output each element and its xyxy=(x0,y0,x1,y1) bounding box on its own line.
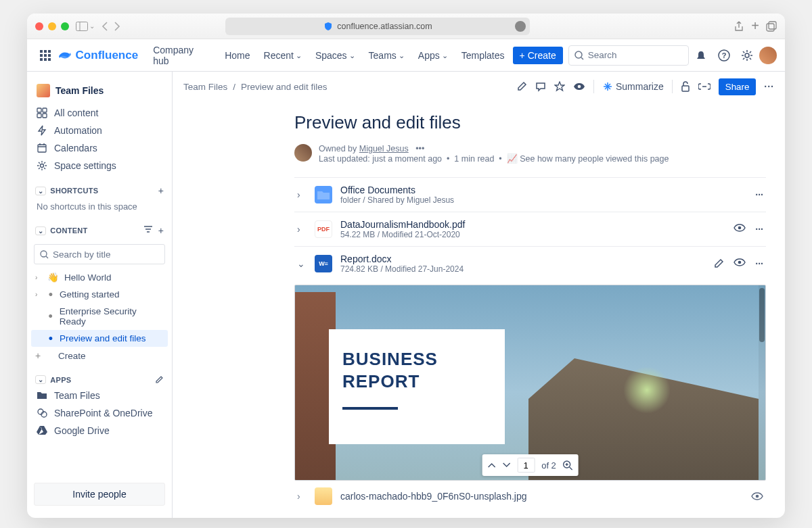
preview-icon[interactable] xyxy=(751,492,763,500)
chevron-right-icon[interactable]: › xyxy=(35,274,42,281)
settings-icon[interactable] xyxy=(737,45,757,66)
tabs-overview-icon[interactable] xyxy=(766,21,777,32)
app-team-files[interactable]: Team Files xyxy=(31,387,168,404)
file-row-image[interactable]: › carlos-machado-hbb9_0F6nS0-unsplash.jp… xyxy=(294,481,766,512)
chevron-down-icon[interactable]: ⌄ xyxy=(35,375,46,384)
browser-forward-icon[interactable] xyxy=(114,22,120,31)
app-google-drive[interactable]: Google Drive xyxy=(31,422,168,439)
chevron-down-icon[interactable]: ⌄ xyxy=(35,226,46,235)
fullscreen-window-icon[interactable] xyxy=(61,22,69,30)
page-up-icon[interactable] xyxy=(487,462,495,468)
reader-icon[interactable] xyxy=(515,21,526,32)
help-icon[interactable]: ? xyxy=(714,45,734,66)
file-name: DataJournalismHandbook.pdf xyxy=(340,219,465,230)
add-content-icon[interactable]: + xyxy=(158,225,164,236)
page-down-icon[interactable] xyxy=(502,462,510,468)
file-row-folder[interactable]: › Office Documents folder / Shared by Mi… xyxy=(294,177,766,212)
space-icon xyxy=(37,84,50,97)
preview-icon[interactable] xyxy=(734,224,746,235)
content-label: CONTENT xyxy=(50,226,87,235)
svg-line-40 xyxy=(44,168,45,169)
viewers-link[interactable]: See how many people viewed this page xyxy=(520,154,669,164)
side-calendars[interactable]: Calendars xyxy=(31,139,168,157)
app-label: SharePoint & OneDrive xyxy=(54,408,153,418)
page-getting-started[interactable]: › • Getting started xyxy=(31,286,168,303)
minimize-window-icon[interactable] xyxy=(48,22,56,30)
file-row-docx[interactable]: ⌄ W≡ Report.docx 724.82 KB / Modified 27… xyxy=(294,246,766,281)
preview-scrollbar[interactable] xyxy=(759,285,765,480)
svg-line-47 xyxy=(46,256,48,258)
nav-apps[interactable]: Apps xyxy=(413,47,453,64)
nav-templates[interactable]: Templates xyxy=(456,47,510,64)
share-button[interactable]: Share xyxy=(719,78,757,95)
crumb-space[interactable]: Team Files xyxy=(183,82,227,92)
add-shortcut-icon[interactable]: + xyxy=(158,185,164,196)
profile-avatar[interactable] xyxy=(759,47,777,64)
shortcuts-section: ⌄ SHORTCUTS + xyxy=(31,183,168,199)
filter-icon[interactable] xyxy=(143,225,153,236)
notifications-icon[interactable] xyxy=(692,45,712,66)
global-search[interactable]: Search xyxy=(568,45,689,66)
chevron-right-icon[interactable]: › xyxy=(297,491,307,502)
nav-home[interactable]: Home xyxy=(219,47,255,64)
byline-more-icon[interactable]: ••• xyxy=(411,144,424,153)
chevron-right-icon[interactable]: › xyxy=(35,291,42,298)
page-tree-search[interactable]: Search by title xyxy=(34,244,165,264)
page-create[interactable]: + Create xyxy=(31,347,168,364)
summarize-button[interactable]: Summarize xyxy=(602,81,664,92)
app-switcher-icon[interactable] xyxy=(35,45,55,66)
confluence-logo[interactable]: Confluence xyxy=(58,49,139,62)
app-label: Google Drive xyxy=(54,425,110,436)
nav-company-hub[interactable]: Company hub xyxy=(148,42,217,69)
space-header[interactable]: Team Files xyxy=(31,81,168,104)
side-space-settings[interactable]: Space settings xyxy=(31,157,168,174)
file-row-pdf[interactable]: › PDF DataJournalismHandbook.pdf 54.22 M… xyxy=(294,212,766,246)
edit-icon[interactable] xyxy=(714,258,724,269)
scrollbar-thumb[interactable] xyxy=(759,288,765,342)
new-tab-icon[interactable]: + xyxy=(751,21,759,32)
owner-avatar[interactable] xyxy=(294,144,312,162)
browser-back-icon[interactable] xyxy=(102,22,108,31)
watch-icon[interactable] xyxy=(573,82,585,91)
close-window-icon[interactable] xyxy=(35,22,43,30)
chevron-right-icon[interactable]: › xyxy=(297,224,307,235)
nav-spaces[interactable]: Spaces xyxy=(310,47,361,64)
star-icon[interactable] xyxy=(554,81,565,92)
comment-icon[interactable] xyxy=(535,81,546,92)
more-icon[interactable]: ··· xyxy=(755,189,763,200)
chevron-right-icon[interactable]: › xyxy=(297,189,307,200)
zoom-icon[interactable] xyxy=(563,460,573,471)
more-actions-icon[interactable]: ··· xyxy=(764,81,774,92)
nav-teams[interactable]: Teams xyxy=(363,47,410,64)
page-esr[interactable]: • Enterprise Security Ready xyxy=(31,303,168,330)
edit-page-icon[interactable] xyxy=(516,81,527,92)
url-bar[interactable]: confluence.atlassian.com xyxy=(225,18,530,35)
more-icon[interactable]: ··· xyxy=(755,224,763,235)
nav-recent[interactable]: Recent xyxy=(258,47,307,64)
app-sharepoint[interactable]: SharePoint & OneDrive xyxy=(31,404,168,422)
svg-line-39 xyxy=(39,162,40,164)
chevron-down-icon[interactable]: ⌄ xyxy=(35,187,46,195)
share-icon[interactable] xyxy=(734,21,744,32)
owner-link[interactable]: Miguel Jesus xyxy=(359,144,409,153)
content-section: ⌄ CONTENT + xyxy=(31,222,168,239)
chevron-down-icon[interactable]: ⌄ xyxy=(297,258,307,269)
page-input[interactable] xyxy=(517,458,535,473)
create-button[interactable]: + Create xyxy=(513,47,563,64)
link-icon[interactable] xyxy=(698,83,710,90)
side-automation[interactable]: Automation xyxy=(31,122,168,139)
side-all-content[interactable]: All content xyxy=(31,104,168,122)
invite-people-button[interactable]: Invite people xyxy=(34,483,165,506)
crumb-page[interactable]: Preview and edit files xyxy=(241,82,328,92)
preview-icon[interactable] xyxy=(734,258,746,269)
restrictions-icon[interactable] xyxy=(681,81,690,92)
calendar-icon xyxy=(37,143,47,153)
edit-apps-icon[interactable] xyxy=(155,375,164,384)
sidebar-toggle-icon[interactable]: ⌄ xyxy=(76,22,95,31)
page-preview-edit-files[interactable]: • Preview and edit files xyxy=(31,330,168,347)
more-icon[interactable]: ··· xyxy=(755,258,763,269)
page-hello-world[interactable]: › 👋 Hello World xyxy=(31,268,168,286)
file-meta: 724.82 KB / Modified 27-Jun-2024 xyxy=(340,264,464,274)
plus-icon[interactable]: + xyxy=(35,350,42,361)
svg-point-57 xyxy=(738,261,742,264)
